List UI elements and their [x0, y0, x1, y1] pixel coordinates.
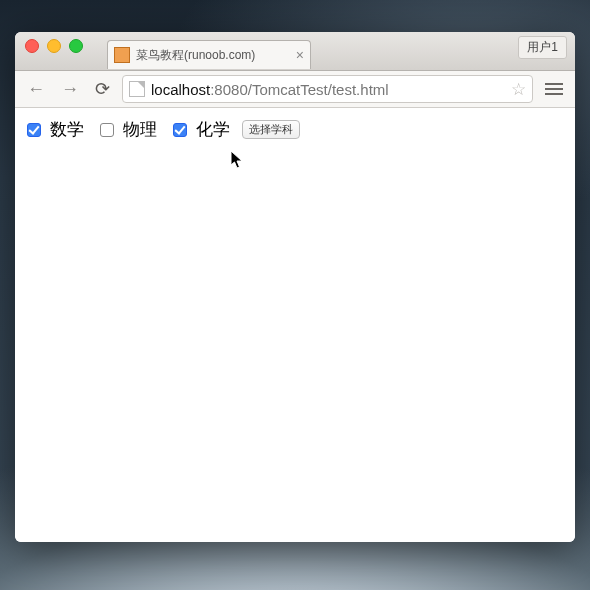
- user-profile-chip[interactable]: 用户1: [518, 36, 567, 59]
- url-text: localhost:8080/TomcatTest/test.html: [151, 81, 389, 98]
- browser-window: 菜鸟教程(runoob.com) × 用户1 ← → ⟳ localhost:8…: [15, 32, 575, 542]
- maximize-window-button[interactable]: [69, 39, 83, 53]
- label-physics: 物理: [123, 118, 157, 141]
- subject-form-row: 数学 物理 化学 选择学科: [23, 118, 567, 141]
- tab-title: 菜鸟教程(runoob.com): [136, 47, 290, 64]
- page-content: 数学 物理 化学 选择学科: [15, 108, 575, 542]
- back-button[interactable]: ←: [23, 78, 49, 100]
- forward-button[interactable]: →: [57, 78, 83, 100]
- bookmark-star-icon[interactable]: ☆: [511, 79, 526, 100]
- checkbox-math[interactable]: [27, 123, 41, 137]
- label-chemistry: 化学: [196, 118, 230, 141]
- page-icon: [129, 81, 145, 97]
- window-controls: [15, 32, 93, 60]
- close-window-button[interactable]: [25, 39, 39, 53]
- browser-tab[interactable]: 菜鸟教程(runoob.com) ×: [107, 40, 311, 69]
- address-bar[interactable]: localhost:8080/TomcatTest/test.html ☆: [122, 75, 533, 103]
- label-math: 数学: [50, 118, 84, 141]
- checkbox-physics[interactable]: [100, 123, 114, 137]
- checkbox-chemistry[interactable]: [173, 123, 187, 137]
- select-subject-button[interactable]: 选择学科: [242, 120, 300, 139]
- titlebar: 菜鸟教程(runoob.com) × 用户1: [15, 32, 575, 71]
- toolbar: ← → ⟳ localhost:8080/TomcatTest/test.htm…: [15, 71, 575, 108]
- reload-button[interactable]: ⟳: [91, 78, 114, 100]
- favicon-icon: [114, 47, 130, 63]
- minimize-window-button[interactable]: [47, 39, 61, 53]
- tab-close-button[interactable]: ×: [296, 48, 304, 62]
- menu-button[interactable]: [541, 79, 567, 99]
